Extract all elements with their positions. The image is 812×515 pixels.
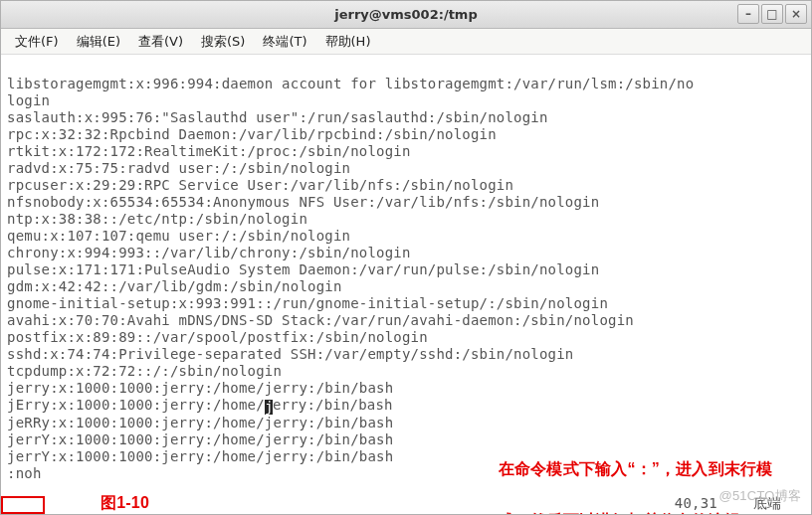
menubar: 文件(F) 编辑(E) 查看(V) 搜索(S) 终端(T) 帮助(H): [1, 29, 811, 55]
text-line: ntp:x:38:38::/etc/ntp:/sbin/nologin: [7, 211, 307, 227]
text-line: pulse:x:171:171:PulseAudio System Daemon…: [7, 261, 599, 277]
menu-view[interactable]: 查看(V): [130, 31, 191, 53]
cursor: j: [265, 400, 273, 415]
menu-file[interactable]: 文件(F): [7, 31, 67, 53]
text-line: radvd:x:75:75:radvd user:/:/sbin/nologin: [7, 160, 350, 176]
text-line: sshd:x:74:74:Privilege-separated SSH:/va…: [7, 346, 574, 362]
text-line: qemu:x:107:107:qemu user:/:/sbin/nologin: [7, 228, 350, 244]
menu-help[interactable]: 帮助(H): [317, 31, 379, 53]
text-line: postfix:x:89:89::/var/spool/postfix:/sbi…: [7, 329, 428, 345]
text-line: rpcuser:x:29:29:RPC Service User:/var/li…: [7, 177, 513, 193]
text-line: jeRRy:x:1000:1000:jerry:/home/jerry:/bin…: [7, 415, 393, 430]
text-line: rtkit:x:172:172:RealtimeKit:/proc:/sbin/…: [7, 143, 411, 159]
terminal-area[interactable]: libstoragemgmt:x:996:994:daemon account …: [1, 55, 811, 514]
watermark: @51CTO博客: [719, 487, 801, 504]
maximize-button[interactable]: □: [761, 4, 783, 24]
window-title: jerry@vms002:/tmp: [334, 7, 477, 22]
menu-edit[interactable]: 编辑(E): [69, 31, 128, 53]
text-line: gnome-initial-setup:x:993:991::/run/gnom…: [7, 295, 608, 311]
text-line: chrony:x:994:993::/var/lib/chrony:/sbin/…: [7, 245, 411, 260]
text-line: jerrY:x:1000:1000:jerry:/home/jerry:/bin…: [7, 431, 393, 447]
titlebar: jerry@vms002:/tmp – □ ×: [1, 1, 811, 29]
highlight-noh: [1, 496, 45, 514]
window-controls: – □ ×: [737, 4, 807, 24]
text-line: nfsnobody:x:65534:65534:Anonymous NFS Us…: [7, 194, 599, 210]
menu-terminal[interactable]: 终端(T): [255, 31, 314, 53]
close-button[interactable]: ×: [785, 4, 807, 24]
command-line: :noh: [7, 465, 42, 481]
text-line: avahi:x:70:70:Avahi mDNS/DNS-SD Stack:/v…: [7, 312, 634, 328]
figure-label: 图1-10: [101, 490, 149, 514]
menu-search[interactable]: 搜索(S): [193, 31, 253, 53]
text-line: saslauth:x:995:76:"Saslauthd user":/run/…: [7, 109, 548, 125]
text-line: jerry:x:1000:1000:jerry:/home/jerry:/bin…: [7, 380, 393, 396]
text-line: rpc:x:32:32:Rpcbind Daemon:/var/lib/rpcb…: [7, 126, 497, 142]
text-line: tcpdump:x:72:72::/:/sbin/nologin: [7, 363, 282, 379]
text-line: gdm:x:42:42::/var/lib/gdm:/sbin/nologin: [7, 278, 342, 294]
text-line: libstoragemgmt:x:996:994:daemon account …: [7, 76, 694, 91]
cursor-position: 40,31: [675, 495, 717, 512]
minimize-button[interactable]: –: [737, 4, 759, 24]
text-line: jErry:x:1000:1000:jerry:/home/jerry:/bin…: [7, 397, 393, 413]
text-line: login: [7, 92, 50, 108]
text-line: jerrY:x:1000:1000:jerry:/home/jerry:/bin…: [7, 448, 393, 464]
terminal-window: jerry@vms002:/tmp – □ × 文件(F) 编辑(E) 查看(V…: [0, 0, 812, 515]
